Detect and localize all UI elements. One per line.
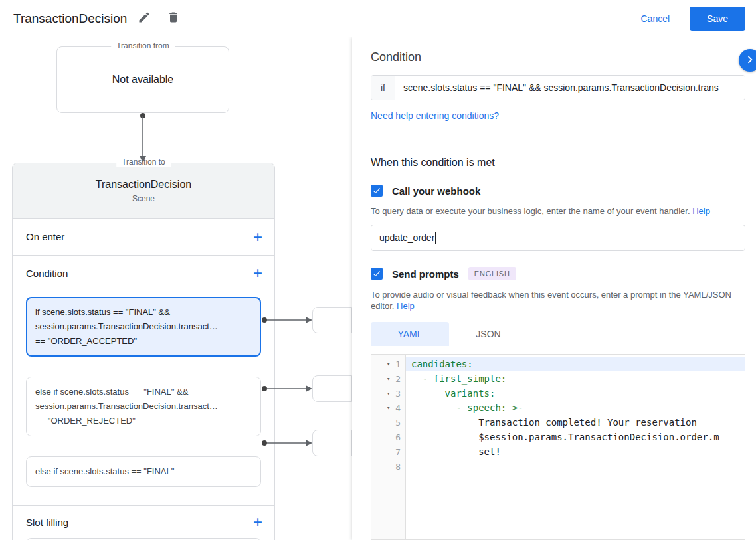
prompts-helper-body: To provide audio or visual feedback when… — [371, 290, 731, 311]
conditions-help-link[interactable]: Need help entering conditions? — [371, 110, 499, 121]
line-number: 7 — [395, 447, 401, 457]
when-condition-met-title: When this condition is met — [371, 157, 745, 169]
if-label: if — [371, 76, 395, 100]
yaml-editor[interactable]: ▾1▾2▾3▾45678 candidates: - first_simple:… — [371, 354, 745, 540]
code-line-7[interactable]: set! — [406, 444, 745, 459]
editor-tabs: YAML JSON — [371, 322, 745, 346]
webhook-input-value: update_order — [379, 232, 434, 243]
edit-title-button[interactable] — [132, 7, 156, 31]
transition-from-value: Not available — [112, 74, 174, 86]
line-number: 2 — [395, 374, 401, 384]
editor-gutter: ▾1▾2▾3▾45678 — [371, 355, 406, 539]
condition-detail-panel: Condition if Need help entering conditio… — [352, 37, 756, 540]
condition-expression-row: if — [371, 75, 745, 100]
line-number: 3 — [395, 389, 401, 399]
line-number: 5 — [395, 418, 401, 428]
code-line-4[interactable]: - speech: >- — [406, 401, 745, 415]
scene-name: TransactionDecision — [96, 179, 191, 191]
pencil-icon — [138, 11, 151, 26]
webhook-input[interactable]: update_order — [371, 225, 745, 251]
transition-from-legend: Transition from — [111, 41, 175, 50]
condition-card-3[interactable]: else if scene.slots.status == "FINAL" — [26, 456, 261, 487]
prompts-help-link[interactable]: Help — [397, 301, 415, 311]
line-number: 1 — [395, 359, 401, 369]
top-bar: TransactionDecision Cancel Save — [0, 0, 756, 37]
condition-card-line: if scene.slots.status == "FINAL" && — [35, 305, 252, 319]
transition-target-box-3[interactable] — [312, 430, 352, 456]
collapse-panel-button[interactable] — [739, 49, 756, 72]
condition-card-line: == "ORDER_REJECTED" — [35, 414, 252, 428]
code-line-1[interactable]: candidates: — [406, 357, 745, 371]
tab-json[interactable]: JSON — [449, 322, 527, 346]
webhook-checkbox[interactable] — [371, 185, 383, 197]
condition-card-line: else if scene.slots.status == "FINAL" && — [35, 385, 252, 399]
add-on-enter-button[interactable]: + — [253, 230, 262, 244]
scene-type-label: Scene — [132, 194, 155, 203]
panel-title: Condition — [371, 50, 745, 64]
prompts-label: Send prompts — [392, 268, 459, 280]
fold-arrow-icon[interactable]: ▾ — [385, 361, 392, 367]
condition-section: Condition + — [13, 256, 274, 290]
line-number: 8 — [395, 462, 401, 472]
panel-divider — [352, 135, 756, 135]
transition-target-box-2[interactable] — [312, 375, 352, 402]
slot-filling-section: Slot filling + Slot validation — [13, 505, 274, 540]
webhook-help-link[interactable]: Help — [692, 206, 710, 216]
condition-card-line: session.params.TransactionDecision.trans… — [35, 399, 252, 414]
condition-card-line: session.params.TransactionDecision.trans… — [35, 319, 252, 334]
webhook-check-row: Call your webhook — [371, 185, 745, 197]
editor-code: candidates: - first_simple: variants: - … — [406, 355, 745, 539]
transition-to-legend: Transition to — [116, 157, 171, 167]
prompts-helper-text: To provide audio or visual feedback when… — [371, 289, 745, 312]
add-condition-button[interactable]: + — [253, 266, 262, 280]
chevron-right-icon — [743, 52, 756, 69]
scene-flow-canvas: Transition from Not available Transition… — [0, 37, 352, 540]
prompts-checkbox[interactable] — [371, 268, 383, 280]
tab-yaml[interactable]: YAML — [371, 322, 449, 346]
fold-arrow-icon[interactable]: ▾ — [385, 375, 392, 382]
text-cursor — [435, 232, 436, 244]
delete-scene-button[interactable] — [161, 7, 185, 31]
save-button[interactable]: Save — [690, 7, 745, 31]
code-line-8[interactable] — [406, 459, 745, 474]
add-slot-button[interactable]: + — [253, 515, 262, 529]
condition-card-1[interactable]: if scene.slots.status == "FINAL" &&sessi… — [26, 297, 261, 357]
cancel-button[interactable]: Cancel — [640, 13, 670, 24]
transition-target-box-1[interactable] — [312, 307, 352, 333]
condition-card-line: else if scene.slots.status == "FINAL" — [35, 464, 252, 479]
condition-section-label: Condition — [26, 268, 68, 279]
page-title: TransactionDecision — [13, 11, 127, 26]
condition-card-list: if scene.slots.status == "FINAL" &&sessi… — [13, 290, 274, 505]
webhook-label: Call your webhook — [392, 185, 480, 197]
fold-arrow-icon[interactable]: ▾ — [385, 390, 392, 397]
on-enter-label: On enter — [26, 231, 64, 242]
code-line-2[interactable]: - first_simple: — [406, 371, 745, 386]
code-line-6[interactable]: $session.params.TransactionDecision.orde… — [406, 430, 745, 444]
on-enter-section: On enter + — [13, 219, 274, 256]
slot-filling-label: Slot filling — [26, 517, 68, 528]
line-number: 4 — [395, 403, 401, 413]
prompts-check-row: Send prompts ENGLISH — [371, 267, 745, 280]
condition-card-2[interactable]: else if scene.slots.status == "FINAL" &&… — [26, 377, 261, 436]
trash-icon — [167, 11, 180, 26]
code-line-3[interactable]: variants: — [406, 386, 745, 401]
slot-filling-head: Slot filling + — [13, 506, 274, 538]
line-number: 6 — [395, 432, 401, 442]
webhook-helper-text: To query data or execute your business l… — [371, 205, 745, 217]
fold-arrow-icon[interactable]: ▾ — [385, 405, 392, 411]
condition-expression-input[interactable] — [395, 76, 745, 100]
transition-from-box: Transition from Not available — [56, 46, 229, 113]
code-line-5[interactable]: Transaction completed! Your reservation — [406, 415, 745, 430]
condition-card-line: == "ORDER_ACCEPTED" — [35, 334, 252, 349]
language-badge: ENGLISH — [468, 267, 516, 280]
scene-card-header[interactable]: TransactionDecision Scene — [13, 163, 274, 219]
transition-to-card: Transition to TransactionDecision Scene … — [12, 163, 275, 540]
webhook-helper-body: To query data or execute your business l… — [371, 206, 690, 216]
